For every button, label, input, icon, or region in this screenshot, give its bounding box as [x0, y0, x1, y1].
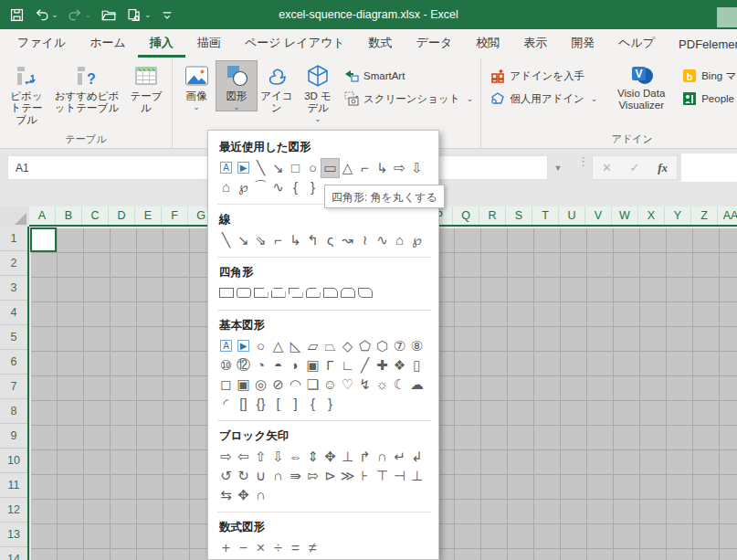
dodecagon-shape[interactable]: ⑫ [235, 356, 252, 375]
bing-maps-button[interactable]: b Bing マップ [682, 69, 737, 83]
row-header-1[interactable]: 1 [0, 227, 27, 251]
curved-right-arrow-shape[interactable]: ↻ [235, 467, 252, 485]
decagon-shape[interactable]: ⑩ [217, 356, 235, 375]
elbow-connector-shape[interactable]: ⌐ [269, 231, 287, 249]
cloud-shape[interactable]: ☁ [408, 375, 426, 394]
curved-left-arrow-shape[interactable]: ↺ [217, 467, 235, 485]
bent-up-arrow-shape[interactable]: ↵ [391, 448, 408, 466]
quad-arrow-shape[interactable]: ✥ [321, 448, 339, 466]
double-brace-shape[interactable]: {} [252, 395, 269, 413]
bent-arrow-shape[interactable]: ↱ [356, 448, 374, 466]
heart-shape[interactable]: ♡ [339, 375, 356, 394]
line-shape[interactable]: ╲ [217, 231, 235, 249]
row-header-13[interactable]: 13 [0, 523, 27, 547]
row-header-14[interactable]: 14 [0, 547, 27, 560]
parallelogram-shape[interactable]: ▱ [304, 337, 321, 355]
shapes-button[interactable]: 図形 ⌄ [216, 61, 257, 111]
column-header-T[interactable]: T [532, 206, 559, 225]
l-shape-shape[interactable]: ∟ [339, 356, 356, 375]
regular-pentagon-shape[interactable]: ⬠ [356, 337, 374, 355]
curved-double-arrow-connector-shape[interactable]: ≀ [356, 231, 374, 249]
minus-shape[interactable]: − [235, 539, 252, 557]
column-header-U[interactable]: U [559, 206, 585, 225]
table-button[interactable]: テーブル [124, 61, 168, 114]
horizontal-text-box-shape[interactable]: ▶ [235, 337, 252, 355]
left-bracket-shape[interactable]: [ [269, 395, 287, 413]
row-header-12[interactable]: 12 [0, 498, 27, 523]
isosceles-triangle-shape[interactable]: △ [339, 159, 356, 177]
column-header-W[interactable]: W [612, 206, 638, 225]
pie-shape[interactable]: ◔ [252, 356, 269, 375]
round-diagonal-corner-rectangle-shape[interactable] [356, 284, 374, 302]
right-bracket-shape[interactable]: ] [287, 395, 304, 413]
moon-shape[interactable]: ☾ [391, 375, 408, 394]
tab-page-layout[interactable]: ページ レイアウト [233, 29, 357, 58]
tab-insert[interactable]: 挿入 [138, 29, 185, 58]
row-header-10[interactable]: 10 [0, 449, 27, 473]
down-arrow-shape[interactable]: ⇩ [269, 448, 287, 466]
curved-connector-shape[interactable]: ς [321, 231, 339, 249]
scribble-shape[interactable]: ℘ [235, 178, 252, 196]
row-header-8[interactable]: 8 [0, 399, 27, 424]
diagonal-stripe-shape[interactable]: ╱ [356, 356, 374, 375]
right-arrow-shape[interactable]: ⇨ [391, 159, 408, 177]
notched-right-arrow-shape[interactable]: ⇰ [304, 467, 321, 485]
row-header-9[interactable]: 9 [0, 424, 27, 449]
cancel-button[interactable]: ✕ [602, 161, 612, 174]
diamond-shape[interactable]: ◇ [339, 337, 356, 355]
chevron-arrow-shape[interactable]: ≫ [339, 467, 356, 485]
donut-shape[interactable]: ◎ [252, 375, 269, 394]
snip-and-round-single-corner-rectangle-shape[interactable] [304, 284, 321, 302]
shapes-dropdown-chevron[interactable]: ⌄ [233, 103, 240, 111]
tab-pdfelement[interactable]: PDFelement [667, 32, 737, 58]
elbow-arrow-connector-shape[interactable]: ↳ [287, 231, 304, 249]
text-box-shape[interactable]: A [217, 337, 235, 355]
elbow-double-arrow-connector-shape[interactable]: ↰ [304, 231, 321, 249]
multiplication-shape[interactable]: × [252, 539, 269, 557]
hexagon-shape[interactable]: ⬡ [374, 337, 391, 355]
name-box-dropdown-arrow[interactable]: ▼ [548, 155, 568, 180]
left-brace-shape[interactable]: { [304, 395, 321, 413]
folded-corner-shape[interactable]: ❏ [304, 375, 321, 394]
line-arrow-shape[interactable]: ↘ [269, 159, 287, 177]
snip-same-side-corner-rectangle-shape[interactable] [269, 284, 287, 302]
tab-home[interactable]: ホーム [78, 29, 138, 58]
column-header-Z[interactable]: Z [691, 206, 718, 225]
rounded-rectangle-shape[interactable]: ▭ [321, 159, 339, 177]
frame-shape[interactable]: ▣ [304, 356, 321, 375]
row-header-6[interactable]: 6 [0, 350, 27, 375]
curved-up-arrow-shape[interactable]: ∩ [269, 467, 287, 485]
icons-button[interactable]: アイコン [257, 61, 297, 114]
no-symbol-shape[interactable]: ⊘ [269, 375, 287, 394]
open-file-button[interactable] [100, 7, 117, 23]
column-header-C[interactable]: C [82, 206, 109, 225]
right-arrow-callout-shape[interactable]: ⊦ [356, 467, 374, 485]
cube-shape[interactable]: ◻ [217, 375, 235, 394]
octagon-shape[interactable]: ⑧ [408, 337, 426, 355]
mode-dropdown-chevron[interactable]: ⌄ [144, 10, 152, 19]
snip-diagonal-corner-rectangle-shape[interactable] [287, 284, 304, 302]
column-header-S[interactable]: S [506, 206, 532, 225]
touch-mouse-mode-button[interactable]: ⌄ [126, 7, 152, 23]
redo-button[interactable]: ⌄ [68, 7, 92, 23]
select-all-corner[interactable] [0, 206, 29, 227]
row-header-3[interactable]: 3 [0, 276, 27, 301]
cross-shape[interactable]: ✚ [374, 356, 391, 375]
right-triangle-shape[interactable]: ◺ [287, 337, 304, 355]
round-single-corner-rectangle-shape[interactable] [321, 284, 339, 302]
undo-dropdown-chevron[interactable]: ⌄ [51, 10, 58, 19]
line-shape[interactable]: ╲ [252, 159, 269, 177]
pivot-table-button[interactable]: ピボットテーブル [4, 61, 49, 126]
snip-single-corner-rectangle-shape[interactable] [252, 284, 269, 302]
not-equal-shape[interactable]: ≠ [304, 539, 321, 557]
smartart-button[interactable]: SmartArt [344, 69, 473, 83]
smiley-face-shape[interactable]: ☺ [321, 375, 339, 394]
plaque-shape[interactable]: ❖ [391, 356, 408, 375]
round-same-side-corner-rectangle-shape[interactable] [339, 284, 356, 302]
rounded-rectangle-shape[interactable] [235, 284, 252, 302]
bevel-shape[interactable]: ▣ [235, 375, 252, 394]
row-header-4[interactable]: 4 [0, 301, 27, 325]
left-brace-shape[interactable]: { [287, 178, 304, 196]
curve-shape[interactable]: ∿ [374, 231, 391, 249]
left-right-arrow-callout-shape[interactable]: ⇆ [217, 486, 235, 504]
